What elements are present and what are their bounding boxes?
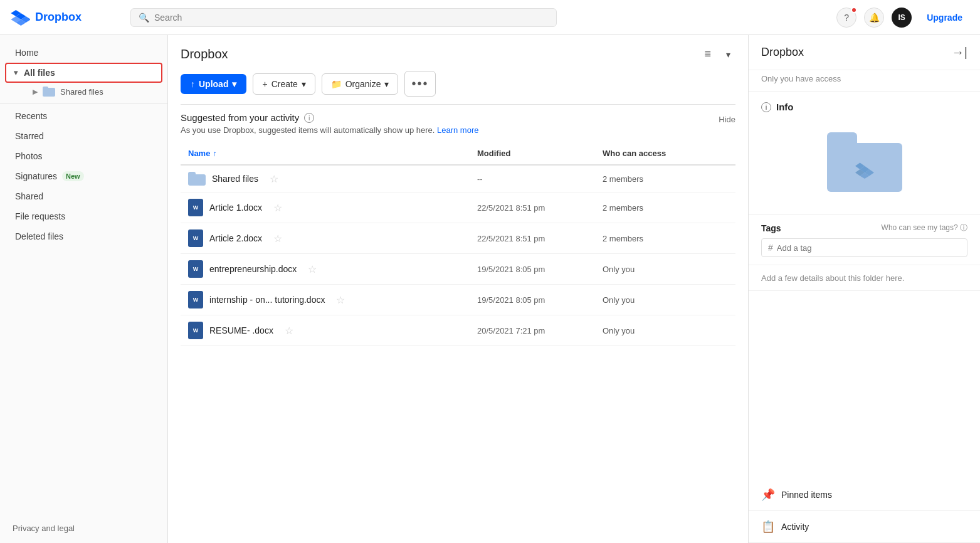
upgrade-button[interactable]: Upgrade: [919, 9, 970, 26]
file-name: RESUME- .docx: [209, 325, 273, 335]
sidebar-item-photos[interactable]: Photos: [0, 146, 167, 166]
notifications-button[interactable]: 🔔: [864, 8, 884, 28]
divider-1: [0, 103, 167, 103]
table-row[interactable]: W Article 1.docx ☆ 22/5/2021 8:51 pm 2 m…: [181, 192, 735, 223]
file-name-cell: W internship - on... tutoring.docx ☆: [188, 291, 477, 308]
sidebar-sub-items: ▶ Shared files: [0, 83, 167, 100]
access-cell: 2 members: [603, 203, 728, 213]
word-icon: W: [188, 260, 203, 278]
tags-help-link[interactable]: Who can see my tags? ⓘ: [882, 223, 967, 233]
create-button[interactable]: + Create ▾: [253, 73, 315, 95]
sidebar-item-recents[interactable]: Recents: [0, 106, 167, 126]
activity-icon: 📋: [761, 520, 775, 534]
content-header: Dropbox ≡ ▾: [168, 35, 748, 63]
details-text: Add a few details about this folder here…: [761, 273, 904, 283]
ellipsis-icon: •••: [411, 76, 428, 91]
file-name: internship - on... tutoring.docx: [209, 295, 325, 305]
topbar-right: ? 🔔 IS Upgrade: [836, 8, 970, 28]
access-cell: 2 members: [603, 234, 728, 243]
file-name-cell: W entrepreneurship.docx ☆: [188, 260, 477, 278]
tags-label: Tags: [761, 223, 781, 233]
sidebar-item-deleted-files[interactable]: Deleted files: [0, 226, 167, 246]
modified-cell: --: [477, 174, 603, 184]
access-column-header[interactable]: Who can access: [603, 149, 728, 158]
sort-chevron-button[interactable]: ▾: [721, 47, 735, 62]
folder-preview: [761, 120, 967, 204]
search-bar[interactable]: 🔍: [130, 8, 557, 27]
notification-badge: [851, 7, 857, 13]
avatar[interactable]: IS: [892, 8, 912, 28]
sidebar-item-all-files[interactable]: ▾ All files: [5, 63, 162, 83]
bell-icon: 🔔: [869, 13, 880, 23]
table-row[interactable]: W Article 2.docx ☆ 22/5/2021 8:51 pm 2 m…: [181, 223, 735, 254]
star-icon[interactable]: ☆: [308, 263, 317, 275]
details-section: Add a few details about this folder here…: [749, 265, 980, 291]
table-row[interactable]: W internship - on... tutoring.docx ☆ 19/…: [181, 285, 735, 315]
star-icon[interactable]: ☆: [273, 233, 282, 245]
page-title: Dropbox: [181, 47, 228, 61]
upload-button[interactable]: ↑ Upload ▾: [181, 74, 246, 94]
recents-label: Recents: [15, 111, 47, 121]
info-section-title: i Info: [761, 102, 967, 112]
deleted-files-label: Deleted files: [15, 231, 63, 241]
tags-header: Tags Who can see my tags? ⓘ: [761, 223, 967, 233]
sidebar-item-signatures[interactable]: Signatures New: [0, 166, 167, 186]
table-row[interactable]: W RESUME- .docx ☆ 20/5/2021 7:21 pm Only…: [181, 315, 735, 346]
info-circle-icon: i: [761, 102, 771, 112]
suggestion-banner: Suggested from your activity i Hide As y…: [181, 104, 735, 142]
sidebar-item-shared-files[interactable]: ▶ Shared files: [20, 83, 167, 100]
table-row[interactable]: W entrepreneurship.docx ☆ 19/5/2021 8:05…: [181, 254, 735, 285]
sidebar-nav: Home ▾ All files ▶ Shared files Recents …: [0, 35, 167, 254]
sidebar-item-shared[interactable]: Shared: [0, 186, 167, 206]
shared-files-label: Shared files: [60, 87, 103, 97]
star-icon[interactable]: ☆: [285, 325, 293, 337]
learn-more-link[interactable]: Learn more: [437, 125, 478, 135]
star-icon[interactable]: ☆: [270, 173, 278, 185]
hide-button[interactable]: Hide: [719, 114, 735, 124]
upload-icon: ↑: [191, 79, 195, 89]
file-name-cell: W Article 2.docx ☆: [188, 229, 477, 247]
sidebar-item-starred[interactable]: Starred: [0, 126, 167, 146]
pinned-items-section[interactable]: 📌 Pinned items: [749, 479, 980, 511]
chevron-down-icon: ▾: [14, 68, 18, 77]
collapse-panel-button[interactable]: →|: [952, 45, 967, 60]
modified-column-header[interactable]: Modified: [477, 149, 603, 158]
list-view-button[interactable]: ≡: [699, 45, 716, 63]
tag-input[interactable]: [777, 243, 961, 253]
activity-section[interactable]: 📋 Activity: [749, 511, 980, 543]
search-input[interactable]: [154, 13, 549, 23]
logo: Dropbox: [10, 8, 123, 28]
help-button[interactable]: ?: [836, 8, 856, 28]
logo-text: Dropbox: [35, 11, 82, 24]
word-icon: W: [188, 229, 203, 247]
suggestion-header: Suggested from your activity i Hide: [181, 112, 735, 125]
tags-section: Tags Who can see my tags? ⓘ #: [749, 215, 980, 265]
word-icon: W: [188, 199, 203, 216]
name-column-header[interactable]: Name ↑: [188, 149, 477, 158]
suggestion-description: As you use Dropbox, suggested items will…: [181, 125, 735, 135]
spacer: [749, 291, 980, 479]
folder-large-icon: [827, 132, 902, 192]
word-icon: W: [188, 322, 203, 339]
sidebar-item-home[interactable]: Home: [0, 43, 167, 63]
file-name-cell: Shared files ☆: [188, 172, 477, 186]
info-icon[interactable]: i: [304, 113, 314, 123]
star-icon[interactable]: ☆: [336, 294, 345, 306]
star-icon[interactable]: ☆: [273, 202, 282, 214]
starred-label: Starred: [15, 131, 44, 141]
organize-chevron-icon: ▾: [384, 79, 389, 89]
tag-input-container[interactable]: #: [761, 238, 967, 257]
modified-cell: 22/5/2021 8:51 pm: [477, 203, 603, 213]
activity-label: Activity: [781, 522, 809, 532]
organize-button[interactable]: 📁 Organize ▾: [322, 73, 399, 95]
pin-icon: 📌: [761, 488, 775, 502]
more-options-button[interactable]: •••: [404, 71, 435, 97]
sidebar-item-file-requests[interactable]: File requests: [0, 206, 167, 226]
file-name: Article 2.docx: [209, 233, 262, 243]
suggestion-title-text: Suggested from your activity: [181, 112, 299, 123]
shared-label: Shared: [15, 191, 43, 201]
privacy-legal-link[interactable]: Privacy and legal: [13, 524, 75, 533]
info-section: i Info: [749, 92, 980, 215]
dropbox-folder-logo: [853, 157, 876, 182]
table-row[interactable]: Shared files ☆ -- 2 members: [181, 166, 735, 192]
